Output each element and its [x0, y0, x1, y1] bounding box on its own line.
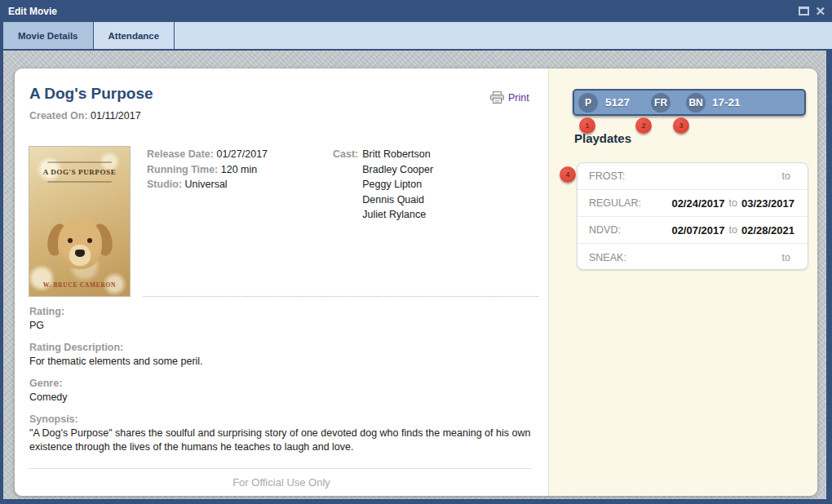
- callout-marker-2: 2: [635, 117, 652, 134]
- created-on-row: Created On: 01/11/2017: [29, 110, 141, 122]
- page-title: A Dog's Purpose: [29, 85, 153, 103]
- movie-details-card: A Dog's Purpose Created On: 01/11/2017 P…: [15, 69, 548, 496]
- close-icon[interactable]: ✕: [815, 5, 825, 17]
- cast-member: Dennis Quaid: [362, 192, 433, 208]
- cast-member: Britt Robertson: [362, 147, 433, 162]
- playdate-dates: 02/24/2017 to 03/23/2017: [671, 197, 794, 210]
- printer-icon: [490, 91, 504, 104]
- playdate-to-word: to: [782, 170, 790, 182]
- rating-section: Rating: PG: [29, 305, 542, 332]
- rating-description-value: For thematic elements and some peril.: [29, 355, 542, 369]
- dialog-title: Edit Movie: [8, 6, 57, 17]
- playdate-row-regular: REGULAR: 02/24/2017 to 03/23/2017: [578, 190, 808, 217]
- dialog-titlebar: Edit Movie ✕: [0, 0, 832, 22]
- synopsis-value: "A Dog's Purpose" shares the soulful and…: [29, 427, 542, 455]
- rating-description-section: Rating Description: For thematic element…: [29, 341, 542, 368]
- official-use-footer: For Official Use Only: [15, 476, 548, 489]
- playdate-dates: to: [778, 170, 794, 182]
- rating-value: PG: [29, 319, 542, 333]
- cast-label: Cast:: [333, 147, 358, 223]
- playdate-label: REGULAR:: [589, 197, 641, 209]
- fact-value: 120 min: [221, 164, 257, 175]
- playdate-dates: 02/07/2017 to 02/28/2021: [671, 224, 794, 237]
- movie-facts: Release Date: 01/27/2017 Running Time: 1…: [147, 147, 268, 192]
- synopsis-label: Synopsis:: [29, 413, 542, 427]
- dog-illustration: [54, 219, 106, 276]
- playdate-to-word: to: [728, 197, 737, 209]
- playdate-label: NDVD:: [589, 224, 621, 236]
- playdates-panel: P 5127 FR BN 17-21 1 2 3 Playdates 4 FRO…: [548, 69, 817, 496]
- fr-badge: FR: [651, 93, 670, 113]
- playdate-label: FROST:: [589, 170, 625, 182]
- print-label: Print: [508, 92, 529, 104]
- playdate-row-ndvd: NDVD: 02/07/2017 to 02/28/2021: [578, 217, 808, 244]
- fact-row: Running Time: 120 min: [147, 162, 268, 178]
- cast-block: Cast: Britt Robertson Bradley Cooper Peg…: [333, 147, 433, 223]
- tab-bar: Movie Details Attendance: [0, 22, 832, 51]
- bn-range-value: 17-21: [712, 96, 741, 108]
- maximize-icon[interactable]: [799, 7, 809, 15]
- playdate-label: SNEAK:: [589, 252, 626, 263]
- edit-movie-dialog: Edit Movie ✕ Movie Details Attendance A …: [0, 0, 832, 504]
- synopsis-section: Synopsis: "A Dog's Purpose" shares the s…: [29, 413, 542, 455]
- movie-sections: Rating: PG Rating Description: For thema…: [29, 305, 542, 464]
- poster-decorative-rule: [47, 181, 112, 183]
- fact-row: Release Date: 01/27/2017: [147, 147, 268, 162]
- window-controls: ✕: [799, 5, 825, 17]
- callout-marker-3: 3: [673, 117, 689, 134]
- playdates-table: FROST: to REGULAR: 02/24/2017 to 03/23/2…: [577, 162, 808, 270]
- dialog-content: A Dog's Purpose Created On: 01/11/2017 P…: [0, 51, 832, 504]
- playdate-to: 02/28/2021: [741, 224, 794, 237]
- content-cards: A Dog's Purpose Created On: 01/11/2017 P…: [15, 69, 817, 496]
- cast-member: Juliet Rylance: [362, 207, 433, 223]
- playdate-to-word: to: [728, 224, 737, 236]
- movie-poster: A DOG'S PURPOSE W. BRUCE CAMERON: [29, 146, 131, 297]
- genre-value: Comedy: [29, 391, 542, 405]
- playdate-row-frost: FROST: to: [578, 163, 808, 190]
- cast-list: Britt Robertson Bradley Cooper Peggy Lip…: [362, 147, 433, 223]
- tab-movie-details[interactable]: Movie Details: [2, 22, 94, 49]
- dotted-divider: [143, 296, 538, 297]
- fact-label: Release Date:: [147, 148, 214, 160]
- poster-decorative-rule: [47, 161, 112, 163]
- footer-divider: [29, 468, 531, 469]
- playdate-row-sneak: SNEAK: to: [578, 244, 808, 270]
- poster-title-text: A DOG'S PURPOSE: [29, 168, 130, 176]
- fact-label: Studio:: [147, 179, 182, 190]
- playdate-dates: to: [778, 252, 794, 263]
- bn-badge: BN: [686, 93, 706, 113]
- fact-row: Studio: Universal: [147, 177, 268, 192]
- genre-section: Genre: Comedy: [29, 377, 542, 404]
- poster-author-text: W. BRUCE CAMERON: [29, 281, 130, 289]
- callout-marker-4: 4: [560, 166, 576, 183]
- playdate-from: 02/24/2017: [671, 197, 724, 210]
- playdates-heading: Playdates: [574, 131, 631, 145]
- fact-value: 01/27/2017: [216, 148, 268, 160]
- rating-badge-bar: P 5127 FR BN 17-21: [573, 89, 806, 116]
- print-button[interactable]: Print: [490, 91, 529, 104]
- tab-attendance[interactable]: Attendance: [94, 22, 175, 49]
- created-on-label: Created On:: [29, 110, 88, 122]
- playdate-to-word: to: [782, 252, 790, 263]
- fact-value: Universal: [185, 179, 228, 190]
- movie-number-value: 5127: [605, 96, 630, 108]
- rating-description-label: Rating Description:: [29, 341, 542, 355]
- fact-label: Running Time:: [147, 164, 218, 175]
- playdate-to: 03/23/2017: [741, 197, 794, 210]
- cast-member: Bradley Cooper: [362, 162, 433, 178]
- rating-p-badge: P: [578, 93, 598, 113]
- genre-label: Genre:: [29, 377, 542, 391]
- rating-label: Rating:: [29, 305, 542, 319]
- playdate-from: 02/07/2017: [671, 224, 724, 237]
- created-on-value: 01/11/2017: [91, 110, 141, 122]
- cast-member: Peggy Lipton: [362, 177, 433, 192]
